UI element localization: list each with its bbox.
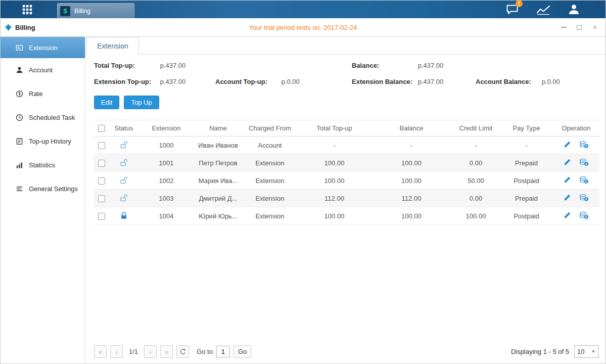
- field-value: p.437.00: [160, 78, 186, 85]
- lock-status-icon: [120, 176, 128, 185]
- chat-icon[interactable]: !: [505, 3, 519, 16]
- field-value: p.0.00: [542, 78, 560, 85]
- sidebar-item-extension[interactable]: Extension: [1, 37, 85, 58]
- row-checkbox[interactable]: [98, 177, 105, 185]
- header-credit-limit[interactable]: Credit Limit: [452, 120, 500, 136]
- header-operation[interactable]: Operation: [553, 120, 599, 136]
- topup-extension-icon[interactable]: $: [579, 141, 589, 149]
- topup-extension-icon[interactable]: $: [579, 176, 589, 184]
- row-checkbox[interactable]: [98, 142, 105, 149]
- close-icon[interactable]: ×: [591, 24, 598, 31]
- page-title: Billing: [15, 24, 35, 31]
- header-extension[interactable]: Extension: [138, 120, 194, 136]
- sidebar-item-general-settings[interactable]: General Settings: [1, 177, 85, 201]
- edit-button[interactable]: Edit: [94, 96, 119, 109]
- last-page-button[interactable]: »: [160, 345, 173, 358]
- cell-name: Дмитрий Д...: [194, 190, 242, 207]
- topup-extension-icon[interactable]: $: [579, 194, 589, 202]
- first-page-button[interactable]: «: [94, 345, 107, 358]
- page-size-select[interactable]: 10 ▼: [574, 345, 598, 358]
- header-total-topup[interactable]: Total Top-up: [298, 120, 371, 136]
- field-label: Extension Top-up:: [94, 78, 158, 85]
- history-ledger-icon: [16, 138, 23, 145]
- row-checkbox[interactable]: [98, 195, 105, 202]
- go-button[interactable]: Go: [234, 345, 251, 358]
- row-checkbox[interactable]: [98, 160, 105, 167]
- select-all-checkbox[interactable]: [98, 125, 105, 132]
- minimize-icon[interactable]: [560, 24, 567, 31]
- header-balance[interactable]: Balance: [371, 120, 452, 136]
- table-row[interactable]: 1003 Дмитрий Д... Extension 112.00 112.0…: [94, 190, 599, 207]
- sidebar-item-label: Extension: [29, 44, 58, 52]
- cell-credit-limit: -: [452, 136, 500, 154]
- field-label: Extension Balance:: [352, 78, 416, 85]
- svg-text:$: $: [585, 162, 587, 166]
- header-status[interactable]: Status: [109, 120, 138, 136]
- sidebar-item-account[interactable]: Account: [1, 58, 85, 82]
- sidebar-item-rate[interactable]: Rate: [1, 82, 85, 106]
- sidebar-item-label: Scheduled Task: [29, 114, 75, 121]
- prev-page-button[interactable]: ‹: [110, 345, 123, 358]
- next-page-button[interactable]: ›: [144, 345, 157, 358]
- sidebar-item-label: General Settings: [29, 185, 78, 193]
- stats-icon[interactable]: [536, 4, 551, 15]
- user-icon[interactable]: [568, 3, 580, 16]
- goto-page-input[interactable]: [216, 346, 230, 357]
- topup-extension-icon[interactable]: $: [579, 211, 589, 219]
- cell-pay-type: Prepaid: [500, 154, 553, 172]
- topbar-tab-label: Billing: [74, 8, 90, 15]
- goto-label: Go to: [197, 348, 213, 355]
- cell-balance: 100.00: [371, 207, 452, 225]
- cell-extension: 1001: [138, 154, 194, 172]
- total-topup-field: Total Top-up: p.437.00: [94, 62, 215, 69]
- sidebar-item-scheduled-task[interactable]: Scheduled Task: [1, 106, 85, 129]
- table-row[interactable]: 1002 Мария Ива... Extension 100.00 100.0…: [94, 172, 599, 190]
- bar-chart-icon: [16, 161, 23, 169]
- cell-operation: $: [553, 207, 599, 225]
- header-charged-from[interactable]: Charged From: [242, 120, 298, 136]
- lock-status-icon: [120, 159, 128, 167]
- sidebar-item-statistics[interactable]: Statistics: [1, 153, 85, 177]
- action-buttons: Edit Top Up: [94, 96, 598, 109]
- maximize-icon[interactable]: [576, 24, 583, 31]
- lock-status-icon: [120, 141, 128, 149]
- topbar-tab-billing[interactable]: $ Billing: [57, 3, 134, 18]
- row-checkbox[interactable]: [98, 213, 105, 220]
- sidebar-item-topup-history[interactable]: Top-up History: [1, 129, 85, 153]
- account-balance-field: Account Balance: p.0.00: [476, 78, 598, 85]
- cell-status: [109, 207, 138, 225]
- cell-balance: 112.00: [371, 190, 452, 207]
- cell-extension: 1002: [138, 172, 194, 190]
- cell-charged-from: Extension: [242, 172, 298, 190]
- cell-extension: 1000: [138, 136, 194, 154]
- table-row[interactable]: 1004 Юрий Юрь... Extension 100.00 100.00…: [94, 207, 599, 225]
- apps-grid-icon[interactable]: [20, 2, 35, 17]
- cell-name: Мария Ива...: [194, 172, 242, 190]
- edit-extension-icon[interactable]: [564, 158, 571, 166]
- extension-balance-field: Extension Balance: p.437.00: [352, 78, 476, 85]
- cell-pay-type: -: [500, 136, 553, 154]
- cell-total-topup: -: [298, 136, 371, 154]
- cell-status: [109, 172, 138, 190]
- edit-extension-icon[interactable]: [564, 194, 571, 201]
- cell-pay-type: Postpaid: [500, 207, 553, 225]
- cell-select: [94, 172, 109, 190]
- top-up-button[interactable]: Top Up: [124, 96, 159, 109]
- topup-extension-icon[interactable]: $: [579, 158, 589, 166]
- edit-extension-icon[interactable]: [564, 141, 571, 148]
- cell-select: [94, 207, 109, 225]
- field-value: p.437.00: [418, 62, 444, 69]
- field-label: Account Balance:: [476, 78, 540, 85]
- edit-extension-icon[interactable]: [564, 211, 571, 219]
- header-pay-type[interactable]: Pay Type: [500, 120, 553, 136]
- table-row[interactable]: 1001 Петр Петров Extension 100.00 100.00…: [94, 154, 599, 172]
- tab-extension[interactable]: Extension: [86, 37, 139, 55]
- table-row[interactable]: 1000 Иван Иванов Account - - - - $: [94, 136, 599, 154]
- main-content: Extension Total Top-up: p.437.00 Balance…: [85, 37, 605, 363]
- cell-extension: 1004: [138, 207, 194, 225]
- refresh-button[interactable]: [176, 345, 189, 358]
- header-name[interactable]: Name: [194, 120, 242, 136]
- field-label: Account Top-up:: [215, 78, 279, 85]
- edit-extension-icon[interactable]: [564, 176, 571, 184]
- cell-name: Иван Иванов: [194, 136, 242, 154]
